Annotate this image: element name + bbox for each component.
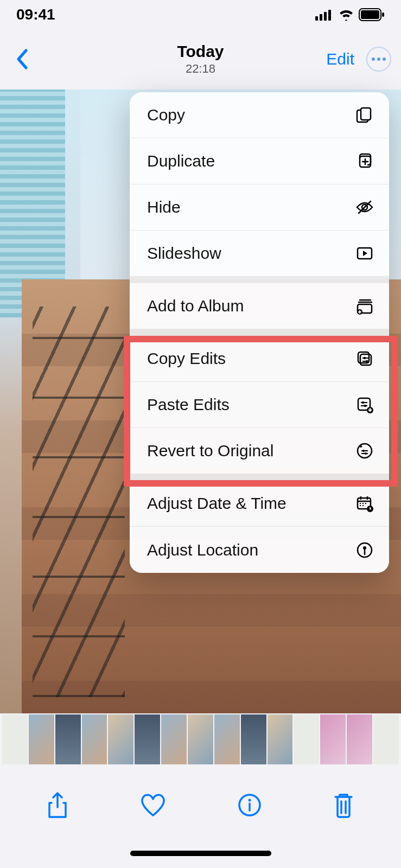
cellular-icon [315, 9, 334, 21]
svg-point-18 [366, 360, 368, 362]
menu-revert[interactable]: Revert to Original [130, 428, 389, 474]
thumbnail[interactable] [2, 714, 28, 764]
svg-point-21 [364, 405, 366, 407]
menu-separator [130, 474, 389, 481]
thumbnail-current[interactable] [188, 714, 213, 764]
revert-icon [355, 442, 374, 460]
thumbnail[interactable] [373, 714, 399, 764]
svg-rect-2 [324, 12, 327, 21]
thumbnail[interactable] [347, 714, 372, 764]
menu-label: Duplicate [147, 152, 215, 170]
calendar-clock-icon [355, 494, 374, 513]
menu-label: Paste Edits [147, 395, 230, 414]
svg-rect-7 [361, 108, 371, 120]
menu-label: Add to Album [147, 297, 244, 315]
nav-title-group: Today 22:18 [177, 42, 224, 76]
nav-subtitle: 22:18 [177, 62, 224, 76]
heart-icon [139, 793, 167, 818]
menu-label: Hide [147, 198, 181, 216]
more-button[interactable] [366, 47, 391, 72]
nav-bar: Today 22:18 Edit [0, 29, 401, 89]
thumbnail[interactable] [214, 714, 240, 764]
wifi-icon [338, 9, 354, 21]
thumbnail[interactable] [108, 714, 133, 764]
battery-icon [359, 8, 385, 21]
slideshow-icon [355, 244, 374, 263]
svg-point-25 [365, 452, 367, 455]
svg-rect-0 [315, 16, 318, 21]
menu-separator [130, 277, 389, 283]
menu-slideshow[interactable]: Slideshow [130, 231, 389, 277]
svg-point-24 [362, 450, 365, 452]
menu-label: Copy Edits [147, 349, 226, 368]
context-menu: Copy Duplicate Hide Slideshow Add to Alb… [130, 92, 389, 573]
ellipsis-icon [372, 58, 375, 61]
menu-adjust-location[interactable]: Adjust Location [130, 527, 389, 573]
info-button[interactable] [238, 793, 262, 817]
svg-marker-12 [363, 251, 367, 256]
share-button[interactable] [46, 791, 69, 819]
thumbnail[interactable] [135, 714, 160, 764]
menu-add-to-album[interactable]: Add to Album [130, 283, 389, 329]
svg-point-20 [362, 401, 364, 404]
share-icon [46, 791, 69, 819]
menu-label: Copy [147, 106, 185, 124]
thumbnail[interactable] [161, 714, 187, 764]
copy-edits-icon [355, 349, 374, 368]
thumbnail[interactable] [241, 714, 266, 764]
svg-rect-1 [320, 14, 322, 21]
thumbnail-strip[interactable] [0, 714, 401, 764]
menu-label: Revert to Original [147, 442, 273, 460]
chevron-left-icon [15, 48, 28, 70]
menu-label: Slideshow [147, 244, 221, 263]
menu-copy[interactable]: Copy [130, 92, 389, 138]
svg-rect-5 [361, 10, 379, 19]
copy-icon [355, 106, 374, 124]
menu-adjust-date[interactable]: Adjust Date & Time [130, 481, 389, 527]
edit-button[interactable]: Edit [326, 50, 354, 68]
menu-label: Adjust Date & Time [147, 494, 287, 513]
status-time: 09:41 [16, 6, 55, 23]
location-icon [355, 541, 374, 559]
duplicate-icon [355, 152, 374, 170]
info-icon [238, 793, 262, 817]
nav-title: Today [177, 42, 224, 61]
thumbnail[interactable] [294, 714, 319, 764]
thumbnail[interactable] [55, 714, 81, 764]
trash-icon [332, 792, 355, 819]
menu-label: Adjust Location [147, 541, 258, 559]
svg-rect-3 [328, 10, 331, 21]
menu-duplicate[interactable]: Duplicate [130, 138, 389, 184]
menu-paste-edits[interactable]: Paste Edits [130, 382, 389, 428]
status-bar: 09:41 [0, 0, 401, 29]
hide-icon [355, 198, 374, 216]
thumbnail[interactable] [268, 714, 293, 764]
svg-point-31 [248, 799, 251, 802]
paste-edits-icon [355, 395, 374, 414]
delete-button[interactable] [332, 792, 355, 819]
menu-separator [130, 329, 389, 336]
thumbnail[interactable] [29, 714, 54, 764]
status-indicators [315, 8, 385, 21]
menu-hide[interactable]: Hide [130, 184, 389, 231]
bottom-toolbar [0, 783, 401, 827]
menu-copy-edits[interactable]: Copy Edits [130, 336, 389, 382]
svg-point-17 [364, 357, 366, 359]
home-indicator[interactable] [130, 851, 271, 856]
thumbnail[interactable] [82, 714, 107, 764]
favorite-button[interactable] [139, 793, 167, 818]
svg-rect-6 [382, 12, 384, 17]
back-button[interactable] [10, 43, 34, 75]
thumbnail[interactable] [320, 714, 346, 764]
album-add-icon [355, 297, 374, 315]
